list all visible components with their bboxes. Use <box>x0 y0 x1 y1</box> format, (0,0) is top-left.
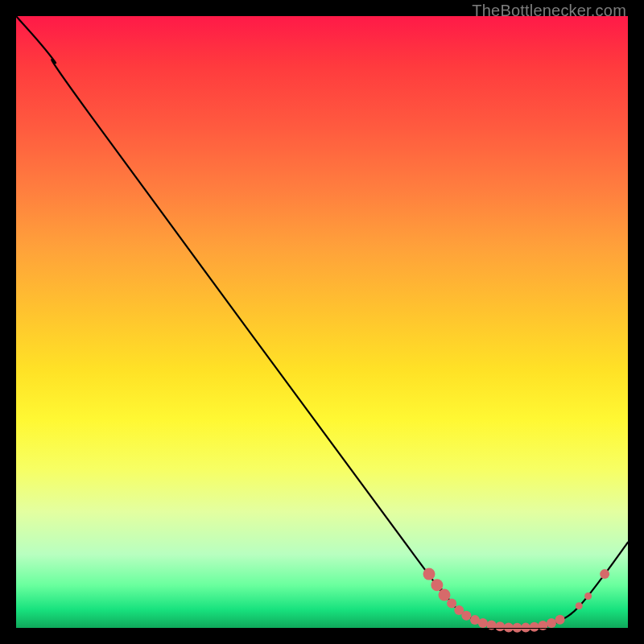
chart-marker <box>461 611 471 621</box>
bottleneck-curve <box>16 16 628 628</box>
attribution-label: TheBottlenecker.com <box>472 2 626 20</box>
chart-marker <box>423 568 436 580</box>
chart-marker <box>431 579 443 591</box>
chart-marker <box>487 621 497 630</box>
chart-marker <box>530 622 539 632</box>
chart-marker <box>555 615 565 625</box>
chart-marker <box>504 622 514 632</box>
chart-marker <box>447 599 456 609</box>
chart-markers <box>423 568 610 633</box>
chart-plot-area <box>16 16 628 628</box>
chart-marker <box>478 618 488 628</box>
chart-svg <box>16 16 628 628</box>
chart-marker <box>439 588 451 601</box>
chart-stage: TheBottlenecker.com <box>0 0 644 644</box>
chart-marker <box>521 623 530 633</box>
chart-marker <box>538 621 547 630</box>
chart-marker <box>584 592 592 600</box>
chart-marker <box>547 618 556 628</box>
chart-marker <box>495 621 505 631</box>
chart-marker <box>576 602 583 609</box>
chart-marker <box>600 569 609 579</box>
chart-marker <box>512 623 522 633</box>
